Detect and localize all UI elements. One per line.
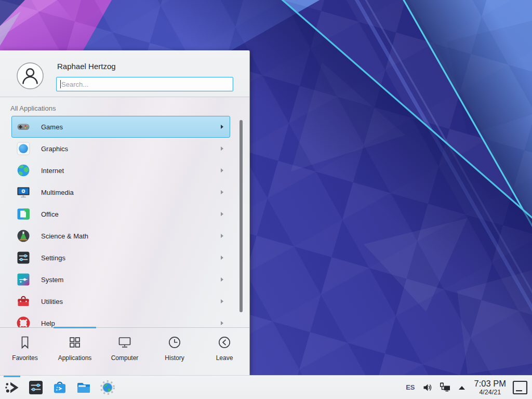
category-graphics[interactable]: Graphics	[11, 138, 230, 159]
category-label: Office	[41, 210, 221, 218]
internet-icon	[17, 164, 30, 177]
text-caret	[60, 80, 61, 88]
show-desktop-icon[interactable]	[512, 380, 528, 395]
category-label: Utilities	[41, 298, 221, 305]
search-input[interactable]	[56, 77, 233, 91]
category-label: Games	[41, 123, 221, 131]
category-label: Multimedia	[41, 189, 221, 196]
dolphin-file-manager-button[interactable]	[76, 380, 91, 395]
science-icon	[17, 229, 30, 243]
submenu-arrow-icon	[221, 168, 223, 172]
taskbar-launchers	[4, 376, 115, 399]
category-label: Help	[41, 320, 221, 327]
submenu-arrow-icon	[221, 299, 223, 303]
help-icon	[17, 316, 30, 327]
discover-button[interactable]	[52, 380, 68, 395]
category-internet[interactable]: Internet	[11, 159, 230, 181]
keyboard-layout-indicator[interactable]: ES	[406, 383, 415, 391]
tab-label: Leave	[216, 354, 233, 362]
applications-icon	[68, 335, 82, 350]
submenu-arrow-icon	[221, 212, 223, 216]
submenu-arrow-icon	[221, 147, 223, 151]
office-icon	[17, 207, 30, 221]
category-label: Graphics	[41, 145, 221, 153]
category-label: Settings	[41, 254, 221, 262]
settings-icon	[17, 251, 30, 264]
category-system[interactable]: System	[11, 269, 230, 290]
section-label: All Applications	[10, 104, 56, 112]
tab-label: Computer	[111, 354, 139, 362]
graphics-icon	[17, 142, 30, 155]
network-wired-icon[interactable]	[439, 382, 451, 393]
tab-applications[interactable]: Applications	[50, 328, 100, 375]
history-icon	[167, 335, 182, 350]
category-science-math[interactable]: Science & Math	[11, 225, 230, 247]
active-task-indicator	[4, 376, 20, 377]
category-multimedia[interactable]: Multimedia	[11, 181, 230, 203]
submenu-arrow-icon	[221, 234, 223, 238]
taskbar-panel: ES 7:03 PM 4/24/21	[0, 375, 532, 399]
clock-date: 4/24/21	[474, 389, 506, 396]
desktop-screen: Raphael Hertzog All Applications GamesGr…	[0, 0, 532, 399]
active-tab-indicator	[54, 327, 96, 328]
audio-volume-icon[interactable]	[422, 382, 433, 393]
category-utilities[interactable]: Utilities	[11, 290, 230, 312]
category-list: GamesGraphicsInternetMultimediaOfficeSci…	[0, 116, 249, 327]
favorites-icon	[18, 335, 32, 350]
tab-favorites[interactable]: Favorites	[0, 328, 50, 375]
category-games[interactable]: Games	[11, 116, 230, 138]
computer-icon	[117, 335, 132, 350]
tab-leave[interactable]: Leave	[200, 328, 249, 375]
category-settings[interactable]: Settings	[11, 247, 230, 269]
digital-clock[interactable]: 7:03 PM 4/24/21	[474, 379, 506, 395]
tab-label: Applications	[58, 354, 92, 362]
system-tray: ES 7:03 PM 4/24/21	[406, 376, 528, 399]
category-help[interactable]: Help	[11, 312, 230, 327]
launcher-tab-bar: FavoritesApplicationsComputerHistoryLeav…	[0, 327, 249, 375]
submenu-arrow-icon	[221, 125, 223, 129]
games-icon	[17, 120, 30, 134]
category-label: System	[41, 276, 221, 284]
submenu-arrow-icon	[221, 256, 223, 260]
expand-tray-arrow-icon[interactable]	[458, 385, 466, 390]
submenu-arrow-icon	[221, 190, 223, 194]
system-icon	[17, 273, 30, 286]
clock-time: 7:03 PM	[474, 379, 506, 388]
launcher-header: Raphael Hertzog	[0, 51, 249, 97]
utilities-icon	[17, 295, 30, 308]
user-name: Raphael Hertzog	[57, 62, 116, 71]
application-launcher-button[interactable]	[4, 380, 20, 395]
category-office[interactable]: Office	[11, 203, 230, 225]
web-browser-button[interactable]	[100, 380, 115, 395]
category-label: Internet	[41, 167, 221, 175]
scrollbar[interactable]	[240, 120, 243, 312]
category-label: Science & Math	[41, 232, 221, 240]
user-avatar-icon	[17, 62, 44, 89]
tab-history[interactable]: History	[150, 328, 200, 375]
system-settings-button[interactable]	[28, 380, 44, 395]
submenu-arrow-icon	[221, 321, 223, 325]
application-launcher-menu: Raphael Hertzog All Applications GamesGr…	[0, 50, 250, 375]
tab-computer[interactable]: Computer	[100, 328, 150, 375]
submenu-arrow-icon	[221, 277, 223, 282]
leave-icon	[217, 335, 232, 350]
multimedia-icon	[17, 185, 30, 199]
tab-label: History	[165, 354, 184, 362]
tab-label: Favorites	[12, 354, 37, 362]
